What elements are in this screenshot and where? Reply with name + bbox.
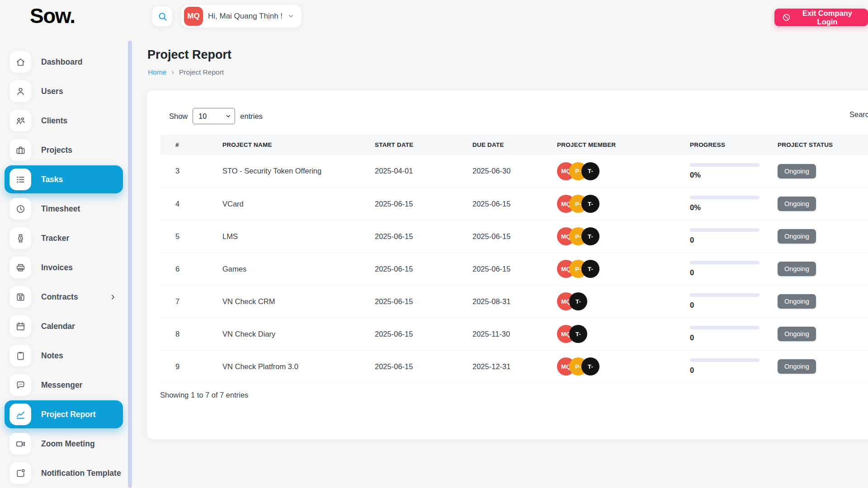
due-date: 2025-06-30 (457, 155, 542, 188)
clipboard-icon (9, 345, 31, 366)
row-number: 4 (160, 188, 207, 220)
sidebar-item-label: Dashboard (41, 57, 82, 67)
progress-label: 0 (690, 366, 762, 375)
status-badge[interactable]: Ongoing (778, 229, 816, 244)
progress-bar (690, 261, 760, 264)
save-icon (9, 286, 31, 308)
sidebar-item-dashboard[interactable]: Dashboard (5, 48, 123, 76)
start-date: 2025-06-15 (359, 253, 457, 285)
sidebar-item-label: Zoom Meeting (41, 439, 95, 449)
project-name: VN Check Diary (207, 318, 359, 350)
breadcrumb-home-link[interactable]: Home (148, 68, 166, 76)
progress-label: 0 (690, 236, 762, 244)
sidebar-item-projects[interactable]: Projects (5, 136, 123, 164)
project-report-card: Show 10 entries Searc # PROJECT NAME STA… (147, 90, 868, 439)
home-icon (9, 51, 31, 73)
sidebar-item-invoices[interactable]: Invoices (5, 253, 123, 282)
project-name: Games (207, 253, 359, 285)
project-name: STO - Security Token Offering (207, 155, 359, 188)
start-date: 2025-06-15 (359, 220, 457, 253)
status-badge[interactable]: Ongoing (778, 262, 816, 276)
page-size-select-wrap: 10 (193, 108, 235, 124)
sidebar-item-clients[interactable]: Clients (5, 107, 123, 135)
table-row: 9 VN Check Platfrom 3.0 2025-06-15 2025-… (160, 350, 868, 383)
start-date: 2025-04-01 (359, 155, 457, 188)
sidebar-item-notes[interactable]: Notes (5, 342, 123, 370)
sidebar-item-users[interactable]: Users (5, 77, 123, 105)
col-header-project-status[interactable]: PROJECT STATUS (762, 135, 868, 155)
sidebar-item-zoom-meeting[interactable]: Zoom Meeting (5, 430, 123, 458)
member-avatar: T- (581, 195, 599, 213)
chart-icon (9, 404, 31, 425)
member-avatars: MQP-T- (557, 260, 675, 278)
chevron-down-icon (288, 13, 294, 19)
sidebar-item-project-report[interactable]: Project Report (5, 400, 123, 428)
col-header-number[interactable]: # (160, 135, 207, 155)
clock-icon (9, 198, 31, 220)
member-avatars: MQT- (557, 292, 675, 310)
breadcrumb-separator: › (171, 68, 174, 77)
table-body: 3 STO - Security Token Offering 2025-04-… (160, 155, 868, 383)
page-size-select[interactable]: 10 (193, 108, 235, 124)
briefcase-icon (9, 139, 31, 161)
clients-icon (9, 110, 31, 131)
sidebar-item-timesheet[interactable]: Timesheet (5, 195, 123, 223)
chat-icon (9, 374, 31, 396)
table-header-row: # PROJECT NAME START DATE DUE DATE PROJE… (160, 135, 868, 155)
user-menu[interactable]: MQ Hi, Mai Quang Thịnh ! (181, 4, 302, 28)
due-date: 2025-08-31 (457, 285, 542, 318)
exit-button-label: Exit Company Login (794, 9, 860, 26)
project-name: VN Check Platfrom 3.0 (207, 350, 359, 383)
start-date: 2025-06-15 (359, 350, 457, 383)
col-header-progress[interactable]: PROGRESS (675, 135, 762, 155)
sidebar-item-label: Notification Template (41, 469, 121, 478)
progress-bar (690, 163, 760, 167)
sidebar-item-contracts[interactable]: Contracts (5, 283, 123, 311)
projects-table: # PROJECT NAME START DATE DUE DATE PROJE… (160, 135, 868, 383)
row-number: 6 (160, 253, 207, 285)
sidebar-item-label: Invoices (41, 263, 73, 272)
sidebar-item-notification-template[interactable]: Notification Template (5, 459, 123, 487)
table-row: 8 VN Check Diary 2025-06-15 2025-11-30 M… (160, 318, 868, 350)
table-length-control: Show 10 entries (169, 108, 263, 124)
sidebar-item-label: Projects (41, 145, 72, 155)
status-badge[interactable]: Ongoing (778, 164, 816, 178)
user-avatar: MQ (184, 7, 203, 26)
table-row: 7 VN Check CRM 2025-06-15 2025-08-31 MQT… (160, 285, 868, 318)
sidebar-item-label: Messenger (41, 380, 82, 390)
member-avatars: MQP-T- (557, 227, 675, 245)
entries-label: entries (240, 112, 263, 121)
sidebar-item-label: Notes (41, 351, 63, 361)
sidebar-item-tasks[interactable]: Tasks (5, 165, 123, 193)
col-header-due-date[interactable]: DUE DATE (457, 135, 542, 155)
sidebar-item-calendar[interactable]: Calendar (5, 312, 123, 340)
sidebar-item-label: Tasks (41, 175, 63, 184)
sidebar-item-label: Calendar (41, 322, 75, 331)
sidebar-item-label: Timesheet (41, 204, 80, 214)
user-icon (9, 80, 31, 102)
col-header-project-name[interactable]: PROJECT NAME (207, 135, 359, 155)
progress-label: 0 (690, 301, 762, 310)
exit-company-login-button[interactable]: Exit Company Login (774, 9, 868, 26)
sidebar-item-messenger[interactable]: Messenger (5, 371, 123, 399)
due-date: 2025-06-15 (457, 253, 542, 285)
progress-label: 0% (690, 203, 762, 212)
member-avatars: MQP-T- (557, 357, 675, 375)
member-avatars: MQP-T- (557, 195, 675, 213)
sidebar-scrollbar[interactable] (128, 41, 132, 488)
status-badge[interactable]: Ongoing (778, 327, 816, 341)
search-button[interactable] (152, 6, 173, 27)
sidebar-item-tracker[interactable]: Tracker (5, 224, 123, 252)
project-name: VN Check CRM (207, 285, 359, 318)
project-name: LMS (207, 220, 359, 253)
col-header-project-member[interactable]: PROJECT MEMBER (542, 135, 675, 155)
printer-icon (9, 257, 31, 278)
status-badge[interactable]: Ongoing (778, 294, 816, 309)
status-badge[interactable]: Ongoing (778, 197, 816, 211)
col-header-start-date[interactable]: START DATE (359, 135, 457, 155)
progress-label: 0 (690, 333, 762, 342)
sidebar-menu: Dashboard Users Clients Projects Tasks T… (5, 48, 123, 487)
row-number: 3 (160, 155, 207, 188)
status-badge[interactable]: Ongoing (778, 359, 816, 374)
due-date: 2025-06-15 (457, 220, 542, 253)
